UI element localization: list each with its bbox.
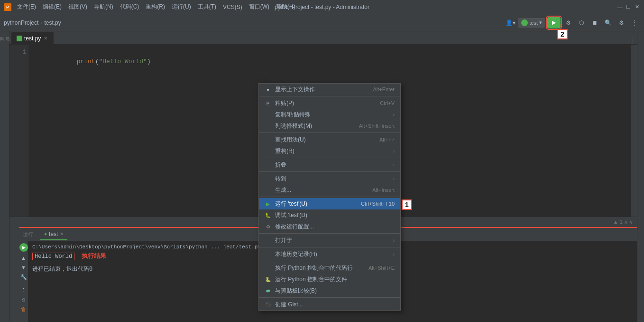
ctx-divider-6 [259,233,400,234]
tab-settings-icon[interactable]: ⋮ [629,38,635,44]
delete-icon[interactable]: 🗑 [20,306,27,313]
ctx-divider-4 [259,171,400,172]
goto-arrow: › [393,176,395,181]
search-button[interactable]: 🔍 [602,17,614,28]
right-panel [637,31,644,322]
context-menu: ● 显示上下文操作 Alt+Enter ⎘ 粘贴(P) Ctrl+V 复制/粘贴… [258,83,401,311]
label-2: 2 [557,29,568,39]
run-badge: 2 [560,23,562,28]
ctx-run-in-console-label: 运行 Python 控制台中的文件 [275,275,347,284]
ctx-exec-in-console[interactable]: 执行 Python 控制台中的代码行 Alt+Shift+E [259,262,400,274]
menu-vcs[interactable]: VCS(S) [220,3,245,11]
ctx-show-context[interactable]: ● 显示上下文操作 Alt+Enter [259,84,400,95]
ctx-exec-shortcut: Alt+Shift+E [368,265,395,271]
ctx-open-in[interactable]: 打开于 › [259,235,400,246]
print-icon[interactable]: 🖨 [20,296,27,303]
bookmarks-icon[interactable]: Bo [0,37,9,40]
settings-button[interactable]: ⚙ [616,17,627,28]
breadcrumb-separator: › [40,19,42,26]
menu-file[interactable]: 文件(E) [14,2,39,12]
hello-world-output: Hello World [32,253,74,260]
menu-window[interactable]: 窗口(W) [246,2,272,12]
ctx-refactor[interactable]: 重构(R) › [259,145,400,157]
ctx-debug-test[interactable]: 🐛 调试 'test'(D) [259,209,400,221]
execution-result-label: 执行结果 [82,253,106,260]
ctx-generate[interactable]: 生成... Alt+Insert [259,184,400,196]
run-button[interactable] [547,17,561,28]
scroll-down-icon[interactable]: ▼ [20,264,27,271]
modify-config-icon: ⚙ [265,224,271,229]
bottom-run-button[interactable] [19,243,28,252]
ctx-run-test[interactable]: ▶ 运行 'test'(U) Ctrl+Shift+F10 [259,198,400,209]
ctx-goto-label: 转到 [275,175,286,183]
breadcrumb-project[interactable]: pythonProject [4,19,38,26]
ctx-find-usage-shortcut: Alt+F7 [379,137,395,142]
ctx-divider-5 [259,197,400,197]
ctx-local-history[interactable]: 本地历史记录(H) › [259,248,400,260]
wrench-icon[interactable]: 🔧 [20,274,27,280]
show-context-icon: ● [265,87,271,92]
ctx-paste-special[interactable]: 复制/粘贴特殊 › [259,109,400,120]
run-config-name: test [529,20,538,26]
app-icon: P [4,3,11,11]
ctx-generate-label: 生成... [275,186,291,194]
ctx-column-select[interactable]: 列选择模式(M) Alt+Shift+Insert [259,120,400,132]
filter-icon[interactable]: ⋮ [20,287,27,294]
scroll-bar[interactable] [630,45,637,217]
window-controls: — ☐ ✕ [616,4,640,10]
ctx-run-test-label: 运行 'test'(U) [275,200,307,208]
menu-code[interactable]: 代码(C) [117,2,142,12]
toolbar-left: pythonProject › test.py [4,19,61,26]
ctx-show-context-shortcut: Alt+Enter [373,86,395,92]
run-tab-close[interactable]: ✕ [60,231,64,237]
user-icon-button[interactable]: 👤▾ [505,17,516,28]
ctx-goto[interactable]: 转到 › [259,173,400,184]
ctx-fold-label: 折叠 [275,161,286,169]
ctx-fold[interactable]: 折叠 › [259,159,400,170]
bottom-tab-run[interactable]: ● test ✕ [40,229,67,240]
ctx-compare-clipboard-label: 与剪贴板比较(B) [275,287,317,295]
close-button[interactable]: ✕ [634,4,640,10]
menu-view[interactable]: 视图(V) [65,2,90,12]
run-config-selector[interactable]: test ▾ [518,18,545,28]
ctx-generate-shortcut: Alt+Insert [372,187,395,193]
run-icon: ▶ [265,201,271,207]
menu-refactor[interactable]: 重构(R) [143,2,168,12]
ctx-open-in-label: 打开于 [275,237,292,245]
breadcrumb-file[interactable]: test.py [44,19,61,26]
file-icon [17,36,22,41]
local-history-arrow: › [393,252,395,257]
coverage-button[interactable]: ⬡ [576,17,587,28]
editor-tab-test-py[interactable]: test.py ✕ [11,32,54,44]
menu-edit[interactable]: 编辑(E) [40,2,64,12]
scroll-up-icon[interactable]: ▲ [20,255,27,261]
ctx-local-history-label: 本地历史记录(H) [275,250,317,258]
keyword-print: print [77,58,95,65]
ctx-find-usage[interactable]: 查找用法(U) Alt+F7 [259,134,400,145]
ctx-paste-label: 粘贴(P) [275,99,294,107]
more-button[interactable]: ⋮ [629,17,640,28]
minimize-button[interactable]: — [616,4,623,10]
run-label: 运行: [23,231,38,238]
ctx-exec-in-console-label: 执行 Python 控制台中的代码行 [275,264,353,272]
ctx-compare-clipboard[interactable]: ⇄ 与剪贴板比较(B) [259,285,400,296]
menu-navigate[interactable]: 导航(N) [91,2,116,12]
run-tab-icon: ● [44,231,47,237]
ctx-column-select-label: 列选择模式(M) [275,122,312,130]
ctx-divider-3 [259,158,400,158]
maximize-button[interactable]: ☐ [625,4,632,10]
tab-close-button[interactable]: ✕ [43,36,48,41]
ctx-paste-special-label: 复制/粘贴特殊 [275,111,311,119]
ctx-create-gist[interactable]: ⚫ 创建 Gist... [259,299,400,310]
toolbar: pythonProject › test.py 👤▾ test ▾ 2 ⚙ ⬡ … [0,14,644,31]
ctx-paste-shortcut: Ctrl+V [380,100,395,106]
ctx-run-in-console[interactable]: 🐍 运行 Python 控制台中的文件 [259,274,400,285]
debug-button[interactable]: ⚙ [562,17,574,28]
paren-close: ) [147,58,151,65]
menu-run[interactable]: 运行(U) [169,2,194,12]
fold-arrow: › [393,162,395,168]
menu-tools[interactable]: 工具(T) [195,2,219,12]
ctx-paste[interactable]: ⎘ 粘贴(P) Ctrl+V [259,97,400,109]
ctx-modify-config[interactable]: ⚙ 修改运行配置... [259,221,400,232]
stop-button[interactable]: ⏹ [589,17,600,28]
